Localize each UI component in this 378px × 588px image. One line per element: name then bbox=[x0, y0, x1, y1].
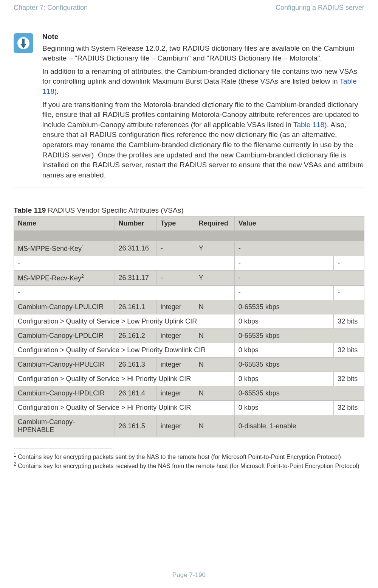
table-row: Configuration > Quality of Service > Hi … bbox=[14, 372, 364, 386]
table-row: Cambium-Canopy-HPULCIR 26.161.3 integer … bbox=[14, 358, 364, 372]
table-spacer-row bbox=[14, 231, 364, 241]
footnote: 2 Contains key for encrypting packets re… bbox=[14, 461, 364, 470]
note-paragraph: Beginning with System Release 12.0.2, tw… bbox=[42, 44, 364, 64]
table-row: Cambium-Canopy-HPDLCIR 26.161.4 integer … bbox=[14, 386, 364, 401]
col-value: Value bbox=[234, 216, 364, 231]
table-row: - - - bbox=[14, 286, 364, 300]
table-row: Configuration > Quality of Service > Hi … bbox=[14, 401, 364, 415]
table-row: Cambium-Canopy-LPDLCIR 26.161.2 integer … bbox=[14, 329, 364, 343]
table-row: Cambium-Canopy-LPULCIR 26.161.1 integer … bbox=[14, 300, 364, 314]
svg-rect-2 bbox=[22, 39, 25, 44]
col-name: Name bbox=[14, 216, 115, 231]
note-box: Note Beginning with System Release 12.0.… bbox=[14, 27, 364, 188]
note-paragraph: If you are transitioning from the Motoro… bbox=[42, 100, 364, 180]
table-row: - - - bbox=[14, 256, 364, 271]
footnote: 1 Contains key for encrypting packets se… bbox=[14, 452, 364, 461]
col-number: Number bbox=[115, 216, 156, 231]
note-icon bbox=[14, 32, 33, 183]
note-title: Note bbox=[42, 32, 364, 42]
footnotes: 1 Contains key for encrypting packets se… bbox=[14, 452, 364, 470]
page-number: Page 7-190 bbox=[0, 571, 378, 579]
header-left: Chapter 7: Configuration bbox=[14, 4, 88, 12]
note-content: Note Beginning with System Release 12.0.… bbox=[42, 32, 364, 183]
col-required: Required bbox=[195, 216, 234, 231]
table-row: Cambium-Canopy-HPENABLE 26.161.5 integer… bbox=[14, 415, 364, 437]
table-row: MS-MPPE-Recv-Key2 26.311.17 - Y - bbox=[14, 271, 364, 286]
table-title: Table 119 RADIUS Vendor Specific Attribu… bbox=[14, 206, 364, 215]
vsa-table: Name Number Type Required Value MS-MPPE-… bbox=[14, 216, 364, 437]
table-row: Configuration > Quality of Service > Low… bbox=[14, 343, 364, 358]
footnote-separator bbox=[14, 448, 112, 448]
link-table-118[interactable]: Table 118 bbox=[293, 121, 324, 129]
table-header-row: Name Number Type Required Value bbox=[14, 216, 364, 231]
page-header: Chapter 7: Configuration Configuring a R… bbox=[14, 4, 364, 27]
note-paragraph: In addition to a renaming of attributes,… bbox=[42, 67, 364, 97]
table-row: MS-MPPE-Send-Key1 26.311.16 - Y - bbox=[14, 241, 364, 256]
table-row: Configuration > Quality of Service > Low… bbox=[14, 314, 364, 329]
col-type: Type bbox=[156, 216, 195, 231]
header-right: Configuring a RADIUS server bbox=[276, 4, 364, 12]
